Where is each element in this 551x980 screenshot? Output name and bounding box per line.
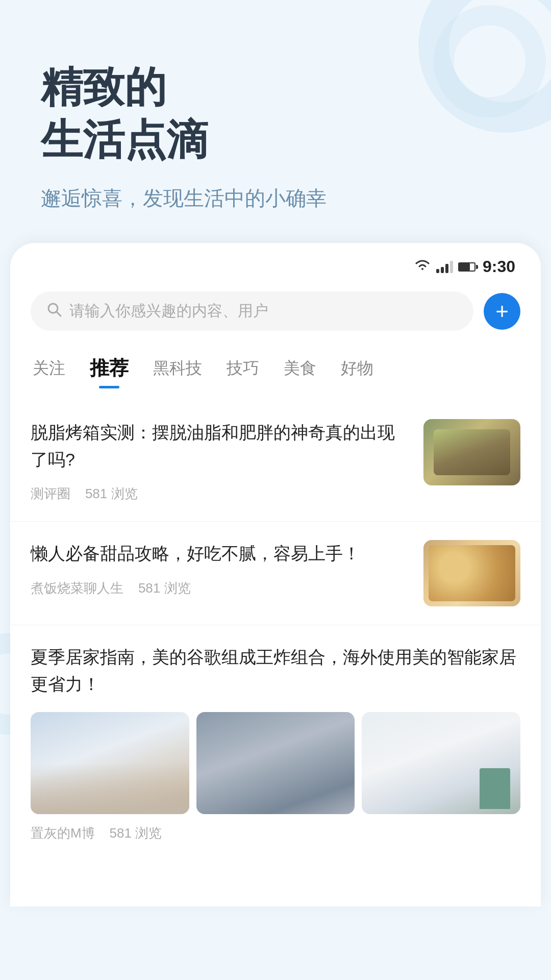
article-thumb-2: [423, 540, 520, 606]
chair-img: [362, 712, 520, 814]
wifi-icon: [414, 258, 431, 276]
article-content-2: 懒人必备甜品攻略，好吃不腻，容易上手！ 煮饭烧菜聊人生 581 浏览: [31, 540, 411, 597]
tab-tech[interactable]: 黑科技: [151, 353, 204, 384]
tab-follow[interactable]: 关注: [31, 353, 67, 384]
nav-tabs: 关注 推荐 黑科技 技巧 美食 好物: [10, 346, 541, 396]
article-img-bedroom: [31, 712, 189, 814]
article-views-1: 581 浏览: [85, 486, 138, 501]
article-content-1: 脱脂烤箱实测：摆脱油脂和肥胖的神奇真的出现了吗? 测评圈 581 浏览: [31, 419, 411, 503]
article-item[interactable]: 懒人必备甜品攻略，好吃不腻，容易上手！ 煮饭烧菜聊人生 581 浏览: [10, 522, 541, 625]
article-views-2: 581 浏览: [138, 580, 191, 596]
status-bar: 9:30: [10, 243, 541, 281]
search-icon: [46, 301, 62, 321]
article-item[interactable]: 脱脂烤箱实测：摆脱油脂和肥胖的神奇真的出现了吗? 测评圈 581 浏览: [10, 401, 541, 522]
thumb-bread-img: [423, 419, 520, 485]
article-source-2: 煮饭烧菜聊人生: [31, 580, 123, 596]
article-images-grid: [31, 712, 520, 814]
hero-title: 精致的 生活点滴: [41, 61, 510, 166]
search-placeholder-text: 请输入你感兴趣的内容、用户: [69, 301, 268, 322]
tab-recommend[interactable]: 推荐: [88, 351, 131, 385]
signal-icon: [436, 261, 453, 273]
svg-line-1: [57, 312, 61, 316]
hero-title-line2: 生活点滴: [41, 116, 208, 163]
tab-food[interactable]: 美食: [282, 353, 318, 384]
article-views-3: 581 浏览: [110, 825, 162, 841]
tab-goods[interactable]: 好物: [339, 353, 375, 384]
article-title-3: 夏季居家指南，美的谷歌组成王炸组合，海外使用美的智能家居更省力！: [31, 644, 520, 697]
battery-icon: [458, 262, 475, 272]
article-title-2: 懒人必备甜品攻略，好吃不腻，容易上手！: [31, 540, 411, 567]
dresser-img: [196, 712, 355, 814]
article-img-chair: [362, 712, 520, 814]
article-meta-1: 测评圈 581 浏览: [31, 485, 411, 503]
article-thumb-1: [423, 419, 520, 485]
article-meta-3: 置灰的M博 581 浏览: [31, 824, 520, 842]
add-button[interactable]: +: [484, 293, 520, 330]
article-title-1: 脱脂烤箱实测：摆脱油脂和肥胖的神奇真的出现了吗?: [31, 419, 411, 473]
article-source-1: 测评圈: [31, 486, 70, 501]
search-bar[interactable]: 请输入你感兴趣的内容、用户: [31, 291, 473, 331]
article-meta-2: 煮饭烧菜聊人生 581 浏览: [31, 579, 411, 597]
status-icons: [414, 258, 475, 276]
bedroom-img: [31, 712, 189, 814]
article-source-3: 置灰的M博: [31, 825, 95, 841]
time-display: 9:30: [483, 257, 515, 276]
article-item-full[interactable]: 夏季居家指南，美的谷歌组成王炸组合，海外使用美的智能家居更省力！ 置灰的M博 5…: [10, 625, 541, 860]
battery-fill: [459, 263, 470, 271]
search-section: 请输入你感兴趣的内容、用户 +: [10, 281, 541, 346]
tab-tips[interactable]: 技巧: [224, 353, 261, 384]
article-list: 脱脂烤箱实测：摆脱油脂和肥胖的神奇真的出现了吗? 测评圈 581 浏览 懒人必备…: [10, 396, 541, 866]
thumb-pastry-img: [423, 540, 520, 606]
article-img-dresser: [196, 712, 355, 814]
hero-section: 精致的 生活点滴 邂逅惊喜，发现生活中的小确幸: [0, 0, 551, 243]
phone-card: 9:30 请输入你感兴趣的内容、用户 + 关注 推荐 黑科技 技巧 美食 好物 …: [10, 243, 541, 906]
hero-title-line1: 精致的: [41, 64, 166, 110]
hero-subtitle: 邂逅惊喜，发现生活中的小确幸: [41, 184, 510, 212]
